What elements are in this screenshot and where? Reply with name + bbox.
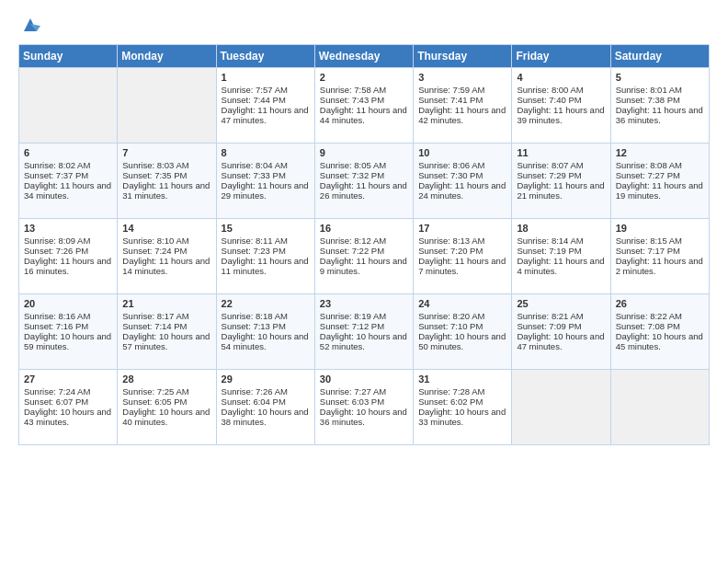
day-info: Daylight: 10 hours and 54 minutes.	[222, 331, 310, 351]
day-info: Sunset: 7:08 PM	[616, 321, 704, 331]
day-info: Sunset: 7:14 PM	[122, 321, 210, 331]
day-number: 6	[24, 147, 112, 158]
day-info: Daylight: 11 hours and 47 minutes.	[222, 105, 310, 125]
calendar-page: SundayMondayTuesdayWednesdayThursdayFrid…	[0, 0, 728, 563]
day-number: 9	[320, 147, 408, 158]
calendar-cell: 2Sunrise: 7:58 AMSunset: 7:43 PMDaylight…	[314, 68, 413, 144]
day-number: 28	[122, 373, 210, 385]
day-info: Sunset: 7:27 PM	[616, 170, 704, 180]
day-info: Daylight: 10 hours and 36 minutes.	[320, 407, 408, 427]
calendar-cell: 8Sunrise: 8:04 AMSunset: 7:33 PMDaylight…	[216, 144, 314, 219]
calendar-cell: 11Sunrise: 8:07 AMSunset: 7:29 PMDayligh…	[512, 144, 610, 219]
day-info: Sunrise: 8:15 AM	[616, 236, 704, 246]
calendar-cell: 17Sunrise: 8:13 AMSunset: 7:20 PMDayligh…	[414, 219, 512, 294]
day-info: Sunset: 7:09 PM	[517, 321, 605, 331]
calendar-cell: 26Sunrise: 8:22 AMSunset: 7:08 PMDayligh…	[610, 294, 709, 370]
weekday-header-row: SundayMondayTuesdayWednesdayThursdayFrid…	[19, 45, 710, 68]
day-info: Daylight: 10 hours and 43 minutes.	[24, 407, 112, 427]
day-info: Sunset: 7:29 PM	[517, 170, 605, 180]
day-info: Sunrise: 8:04 AM	[222, 160, 310, 170]
calendar-cell: 7Sunrise: 8:03 AMSunset: 7:35 PMDaylight…	[118, 144, 216, 219]
day-info: Sunrise: 7:28 AM	[418, 386, 506, 396]
day-info: Sunset: 7:38 PM	[616, 95, 704, 105]
day-info: Sunrise: 7:24 AM	[24, 386, 112, 396]
weekday-header: Tuesday	[216, 45, 314, 68]
calendar-cell: 10Sunrise: 8:06 AMSunset: 7:30 PMDayligh…	[414, 144, 512, 219]
day-info: Sunset: 7:16 PM	[24, 321, 112, 331]
calendar-cell	[610, 370, 709, 445]
day-info: Sunset: 7:33 PM	[222, 170, 310, 180]
day-info: Sunset: 7:41 PM	[418, 95, 506, 105]
day-info: Sunrise: 8:11 AM	[222, 236, 310, 246]
day-info: Sunrise: 7:57 AM	[222, 85, 310, 95]
day-info: Sunrise: 8:21 AM	[517, 311, 605, 321]
day-number: 11	[517, 147, 605, 158]
calendar-cell: 23Sunrise: 8:19 AMSunset: 7:12 PMDayligh…	[314, 294, 413, 370]
calendar-cell: 22Sunrise: 8:18 AMSunset: 7:13 PMDayligh…	[216, 294, 314, 370]
day-info: Daylight: 11 hours and 2 minutes.	[616, 256, 704, 276]
day-number: 3	[418, 72, 506, 83]
day-number: 24	[418, 298, 506, 309]
calendar-table: SundayMondayTuesdayWednesdayThursdayFrid…	[18, 44, 710, 445]
day-info: Daylight: 10 hours and 47 minutes.	[517, 331, 605, 351]
day-info: Sunset: 7:37 PM	[24, 170, 112, 180]
day-number: 21	[122, 298, 210, 309]
day-info: Sunrise: 8:20 AM	[418, 311, 506, 321]
day-number: 14	[122, 223, 210, 234]
day-info: Sunrise: 8:19 AM	[320, 311, 408, 321]
day-info: Daylight: 10 hours and 33 minutes.	[418, 407, 506, 427]
calendar-cell: 30Sunrise: 7:27 AMSunset: 6:03 PMDayligh…	[314, 370, 413, 445]
calendar-week-row: 6Sunrise: 8:02 AMSunset: 7:37 PMDaylight…	[19, 144, 710, 219]
day-number: 30	[320, 373, 408, 385]
day-info: Sunset: 7:35 PM	[122, 170, 210, 180]
weekday-header: Wednesday	[314, 45, 413, 68]
day-info: Daylight: 11 hours and 34 minutes.	[24, 180, 112, 201]
day-info: Daylight: 11 hours and 14 minutes.	[122, 256, 210, 276]
day-info: Sunset: 6:04 PM	[222, 396, 310, 407]
calendar-cell: 16Sunrise: 8:12 AMSunset: 7:22 PMDayligh…	[314, 219, 413, 294]
day-info: Sunrise: 8:13 AM	[418, 236, 506, 246]
day-info: Sunrise: 8:00 AM	[517, 85, 605, 95]
weekday-header: Thursday	[414, 45, 512, 68]
day-info: Sunrise: 8:02 AM	[24, 160, 112, 170]
day-number: 25	[517, 298, 605, 309]
day-info: Daylight: 11 hours and 24 minutes.	[418, 180, 506, 201]
calendar-cell: 28Sunrise: 7:25 AMSunset: 6:05 PMDayligh…	[118, 370, 216, 445]
day-info: Sunset: 6:03 PM	[320, 396, 408, 407]
calendar-cell	[118, 68, 216, 144]
logo-icon	[20, 15, 40, 35]
day-info: Daylight: 10 hours and 52 minutes.	[320, 331, 408, 351]
day-info: Sunrise: 7:26 AM	[222, 386, 310, 396]
day-info: Daylight: 10 hours and 38 minutes.	[222, 407, 310, 427]
day-info: Daylight: 11 hours and 31 minutes.	[122, 180, 210, 201]
logo	[18, 15, 40, 35]
weekday-header: Saturday	[610, 45, 709, 68]
calendar-week-row: 1Sunrise: 7:57 AMSunset: 7:44 PMDaylight…	[19, 68, 710, 144]
day-info: Sunset: 7:44 PM	[222, 95, 310, 105]
calendar-header	[18, 15, 710, 35]
day-info: Daylight: 10 hours and 40 minutes.	[122, 407, 210, 427]
day-info: Sunset: 7:10 PM	[418, 321, 506, 331]
day-info: Sunset: 7:19 PM	[517, 246, 605, 256]
day-info: Sunset: 7:12 PM	[320, 321, 408, 331]
day-info: Sunrise: 8:09 AM	[24, 236, 112, 246]
day-number: 15	[222, 223, 310, 234]
calendar-cell: 24Sunrise: 8:20 AMSunset: 7:10 PMDayligh…	[414, 294, 512, 370]
calendar-cell: 14Sunrise: 8:10 AMSunset: 7:24 PMDayligh…	[118, 219, 216, 294]
day-info: Daylight: 10 hours and 59 minutes.	[24, 331, 112, 351]
calendar-cell: 18Sunrise: 8:14 AMSunset: 7:19 PMDayligh…	[512, 219, 610, 294]
day-info: Sunrise: 8:16 AM	[24, 311, 112, 321]
day-info: Sunset: 7:20 PM	[418, 246, 506, 256]
day-info: Sunrise: 8:18 AM	[222, 311, 310, 321]
calendar-cell: 25Sunrise: 8:21 AMSunset: 7:09 PMDayligh…	[512, 294, 610, 370]
day-info: Daylight: 11 hours and 16 minutes.	[24, 256, 112, 276]
day-info: Sunset: 7:22 PM	[320, 246, 408, 256]
day-info: Sunrise: 8:22 AM	[616, 311, 704, 321]
day-number: 22	[222, 298, 310, 309]
calendar-cell: 3Sunrise: 7:59 AMSunset: 7:41 PMDaylight…	[414, 68, 512, 144]
day-info: Sunset: 7:40 PM	[517, 95, 605, 105]
day-info: Sunset: 7:17 PM	[616, 246, 704, 256]
day-number: 20	[24, 298, 112, 309]
day-number: 19	[616, 223, 704, 234]
day-info: Daylight: 11 hours and 42 minutes.	[418, 105, 506, 125]
